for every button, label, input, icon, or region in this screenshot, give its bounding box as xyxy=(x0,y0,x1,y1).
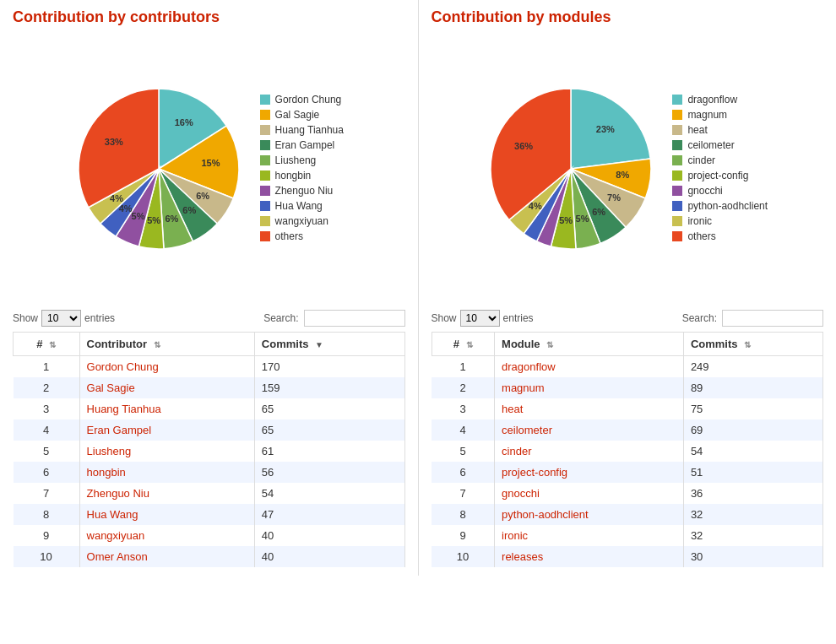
commits-cell: 170 xyxy=(254,356,404,378)
table-row: 4ceilometer69 xyxy=(432,419,823,441)
legend-item: wangxiyuan xyxy=(260,215,344,227)
legend-item: others xyxy=(672,230,768,242)
legend-item: cinder xyxy=(672,154,768,166)
left-col-contributor[interactable]: Contributor ⇅ xyxy=(79,333,254,356)
module-cell[interactable]: cinder xyxy=(495,441,684,462)
legend-item: Gal Sagie xyxy=(260,109,344,121)
module-cell[interactable]: releases xyxy=(495,546,684,567)
legend-item: Huang Tianhua xyxy=(260,124,344,136)
left-col-commits[interactable]: Commits ▼ xyxy=(254,333,404,356)
legend-label: others xyxy=(275,230,303,242)
commits-cell: 54 xyxy=(254,483,404,504)
table-row: 1dragonflow249 xyxy=(432,356,823,378)
legend-label: ceilometer xyxy=(687,139,734,151)
module-cell[interactable]: python-aodhclient xyxy=(495,504,684,525)
left-entries-label: entries xyxy=(84,312,115,324)
left-legend: Gordon ChungGal SagieHuang TianhuaEran G… xyxy=(260,94,344,246)
contributor-cell[interactable]: Omer Anson xyxy=(79,546,254,567)
legend-item: project-config xyxy=(672,170,768,181)
rank-cell: 3 xyxy=(432,398,495,419)
module-cell[interactable]: magnum xyxy=(495,377,684,398)
contributor-cell[interactable]: Gal Sagie xyxy=(79,377,254,398)
rank-cell: 7 xyxy=(432,483,495,504)
table-row: 10releases30 xyxy=(432,546,823,567)
left-show-select[interactable]: 102550100 xyxy=(41,310,81,327)
rank-cell: 6 xyxy=(432,462,495,483)
left-panel: Contribution by contributors Gordon Chun… xyxy=(0,0,418,576)
commits-cell: 40 xyxy=(254,546,404,567)
legend-label: cinder xyxy=(687,154,715,166)
rank-cell: 9 xyxy=(14,525,80,546)
legend-label: Zhenguo Niu xyxy=(275,185,334,197)
legend-color-box xyxy=(672,140,682,150)
commits-cell: 32 xyxy=(683,525,822,546)
commits-cell: 89 xyxy=(683,377,822,398)
legend-color-box xyxy=(260,216,270,226)
legend-item: magnum xyxy=(672,109,768,121)
legend-color-box xyxy=(672,110,682,120)
table-row: 8Hua Wang47 xyxy=(14,504,405,525)
contributor-cell[interactable]: Gordon Chung xyxy=(79,356,254,378)
legend-item: others xyxy=(260,230,344,242)
contributor-cell[interactable]: Zhenguo Niu xyxy=(79,483,254,504)
legend-item: Liusheng xyxy=(260,154,344,166)
left-panel-title: Contribution by contributors xyxy=(13,8,405,26)
left-pie-chart xyxy=(74,84,243,253)
legend-item: ceilometer xyxy=(672,139,768,151)
module-cell[interactable]: project-config xyxy=(495,462,684,483)
legend-color-box xyxy=(672,186,682,196)
module-cell[interactable]: ironic xyxy=(495,525,684,546)
left-col-rank[interactable]: # ⇅ xyxy=(14,333,80,356)
module-cell[interactable]: gnocchi xyxy=(495,483,684,504)
contributor-cell[interactable]: hongbin xyxy=(79,462,254,483)
legend-item: dragonflow xyxy=(672,94,768,106)
right-legend: dragonflowmagnumheatceilometercinderproj… xyxy=(672,94,768,246)
legend-label: magnum xyxy=(687,109,727,121)
commits-cell: 69 xyxy=(683,419,822,441)
module-cell[interactable]: ceilometer xyxy=(495,419,684,441)
contributor-cell[interactable]: Liusheng xyxy=(79,441,254,462)
legend-item: heat xyxy=(672,124,768,136)
legend-label: Liusheng xyxy=(275,154,317,166)
right-col-commits[interactable]: Commits ⇅ xyxy=(683,333,822,356)
legend-item: hongbin xyxy=(260,170,344,181)
table-row: 3Huang Tianhua65 xyxy=(14,398,405,419)
right-search-input[interactable] xyxy=(722,310,823,327)
table-row: 5Liusheng61 xyxy=(14,441,405,462)
rank-cell: 5 xyxy=(14,441,80,462)
legend-color-box xyxy=(260,186,270,196)
right-col-rank[interactable]: # ⇅ xyxy=(432,333,495,356)
module-cell[interactable]: dragonflow xyxy=(495,356,684,378)
commits-cell: 36 xyxy=(683,483,822,504)
contributor-cell[interactable]: Hua Wang xyxy=(79,504,254,525)
contributor-cell[interactable]: wangxiyuan xyxy=(79,525,254,546)
table-row: 8python-aodhclient32 xyxy=(432,504,823,525)
table-row: 5cinder54 xyxy=(432,441,823,462)
legend-item: Eran Gampel xyxy=(260,139,344,151)
table-row: 2magnum89 xyxy=(432,377,823,398)
legend-color-box xyxy=(260,170,270,181)
table-row: 7gnocchi36 xyxy=(432,483,823,504)
right-show-select[interactable]: 102550100 xyxy=(460,310,500,327)
contributor-cell[interactable]: Huang Tianhua xyxy=(79,398,254,419)
commits-cell: 75 xyxy=(683,398,822,419)
left-search-input[interactable] xyxy=(304,310,405,327)
left-controls: Show 102550100 entries Search: xyxy=(13,310,405,327)
rank-cell: 1 xyxy=(14,356,80,378)
contributor-cell[interactable]: Eran Gampel xyxy=(79,419,254,441)
legend-item: ironic xyxy=(672,215,768,227)
legend-label: Hua Wang xyxy=(275,200,323,212)
rank-cell: 6 xyxy=(14,462,80,483)
right-col-module[interactable]: Module ⇅ xyxy=(495,333,684,356)
rank-cell: 8 xyxy=(432,504,495,525)
table-row: 4Eran Gampel65 xyxy=(14,419,405,441)
commits-cell: 47 xyxy=(254,504,404,525)
legend-label: wangxiyuan xyxy=(275,215,328,227)
rank-cell: 4 xyxy=(432,419,495,441)
module-cell[interactable]: heat xyxy=(495,398,684,419)
left-show-label: Show xyxy=(13,312,38,324)
right-panel-title: Contribution by modules xyxy=(432,8,824,26)
right-panel: Contribution by modules dragonflowmagnum… xyxy=(419,0,837,576)
rank-cell: 7 xyxy=(14,483,80,504)
legend-color-box xyxy=(672,95,682,105)
